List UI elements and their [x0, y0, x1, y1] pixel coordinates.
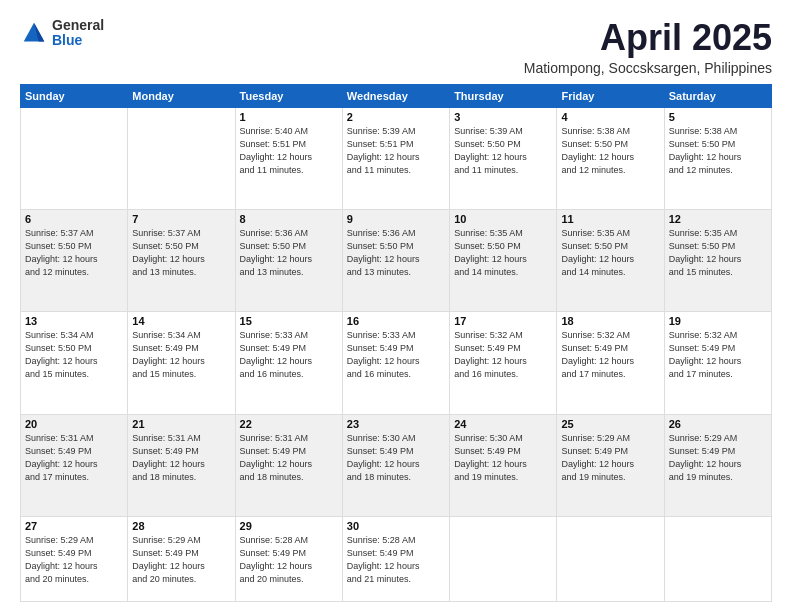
calendar-weekday-header: Saturday — [664, 84, 771, 107]
calendar-cell: 18Sunrise: 5:32 AM Sunset: 5:49 PM Dayli… — [557, 312, 664, 414]
day-info: Sunrise: 5:33 AM Sunset: 5:49 PM Dayligh… — [347, 329, 445, 381]
day-info: Sunrise: 5:31 AM Sunset: 5:49 PM Dayligh… — [132, 432, 230, 484]
day-info: Sunrise: 5:39 AM Sunset: 5:50 PM Dayligh… — [454, 125, 552, 177]
calendar-cell: 20Sunrise: 5:31 AM Sunset: 5:49 PM Dayli… — [21, 414, 128, 516]
day-number: 15 — [240, 315, 338, 327]
day-number: 24 — [454, 418, 552, 430]
main-title: April 2025 — [524, 18, 772, 58]
calendar-week-row: 13Sunrise: 5:34 AM Sunset: 5:50 PM Dayli… — [21, 312, 772, 414]
day-info: Sunrise: 5:34 AM Sunset: 5:49 PM Dayligh… — [132, 329, 230, 381]
day-info: Sunrise: 5:28 AM Sunset: 5:49 PM Dayligh… — [240, 534, 338, 586]
day-number: 18 — [561, 315, 659, 327]
day-info: Sunrise: 5:32 AM Sunset: 5:49 PM Dayligh… — [669, 329, 767, 381]
calendar-cell: 1Sunrise: 5:40 AM Sunset: 5:51 PM Daylig… — [235, 107, 342, 209]
day-info: Sunrise: 5:29 AM Sunset: 5:49 PM Dayligh… — [669, 432, 767, 484]
calendar-weekday-header: Tuesday — [235, 84, 342, 107]
day-number: 21 — [132, 418, 230, 430]
day-info: Sunrise: 5:37 AM Sunset: 5:50 PM Dayligh… — [25, 227, 123, 279]
calendar-cell: 29Sunrise: 5:28 AM Sunset: 5:49 PM Dayli… — [235, 516, 342, 601]
calendar-cell: 30Sunrise: 5:28 AM Sunset: 5:49 PM Dayli… — [342, 516, 449, 601]
day-info: Sunrise: 5:29 AM Sunset: 5:49 PM Dayligh… — [561, 432, 659, 484]
sub-title: Matiompong, Soccsksargen, Philippines — [524, 60, 772, 76]
day-info: Sunrise: 5:30 AM Sunset: 5:49 PM Dayligh… — [454, 432, 552, 484]
day-number: 19 — [669, 315, 767, 327]
calendar-cell: 27Sunrise: 5:29 AM Sunset: 5:49 PM Dayli… — [21, 516, 128, 601]
day-number: 16 — [347, 315, 445, 327]
day-number: 7 — [132, 213, 230, 225]
calendar-cell: 19Sunrise: 5:32 AM Sunset: 5:49 PM Dayli… — [664, 312, 771, 414]
day-number: 23 — [347, 418, 445, 430]
calendar-weekday-header: Sunday — [21, 84, 128, 107]
calendar-cell: 15Sunrise: 5:33 AM Sunset: 5:49 PM Dayli… — [235, 312, 342, 414]
calendar-cell: 11Sunrise: 5:35 AM Sunset: 5:50 PM Dayli… — [557, 209, 664, 311]
calendar-weekday-header: Wednesday — [342, 84, 449, 107]
day-info: Sunrise: 5:38 AM Sunset: 5:50 PM Dayligh… — [561, 125, 659, 177]
day-info: Sunrise: 5:36 AM Sunset: 5:50 PM Dayligh… — [240, 227, 338, 279]
day-number: 4 — [561, 111, 659, 123]
day-info: Sunrise: 5:35 AM Sunset: 5:50 PM Dayligh… — [561, 227, 659, 279]
day-number: 20 — [25, 418, 123, 430]
calendar-cell — [450, 516, 557, 601]
logo-blue: Blue — [52, 33, 104, 48]
day-number: 28 — [132, 520, 230, 532]
day-number: 9 — [347, 213, 445, 225]
day-info: Sunrise: 5:29 AM Sunset: 5:49 PM Dayligh… — [132, 534, 230, 586]
day-number: 6 — [25, 213, 123, 225]
day-info: Sunrise: 5:31 AM Sunset: 5:49 PM Dayligh… — [240, 432, 338, 484]
day-number: 13 — [25, 315, 123, 327]
calendar-cell: 10Sunrise: 5:35 AM Sunset: 5:50 PM Dayli… — [450, 209, 557, 311]
calendar-week-row: 6Sunrise: 5:37 AM Sunset: 5:50 PM Daylig… — [21, 209, 772, 311]
day-number: 8 — [240, 213, 338, 225]
header: General Blue April 2025 Matiompong, Socc… — [20, 18, 772, 76]
day-info: Sunrise: 5:40 AM Sunset: 5:51 PM Dayligh… — [240, 125, 338, 177]
calendar-cell: 7Sunrise: 5:37 AM Sunset: 5:50 PM Daylig… — [128, 209, 235, 311]
day-number: 5 — [669, 111, 767, 123]
page: General Blue April 2025 Matiompong, Socc… — [0, 0, 792, 612]
calendar-header-row: SundayMondayTuesdayWednesdayThursdayFrid… — [21, 84, 772, 107]
calendar-cell — [664, 516, 771, 601]
day-info: Sunrise: 5:30 AM Sunset: 5:49 PM Dayligh… — [347, 432, 445, 484]
title-block: April 2025 Matiompong, Soccsksargen, Phi… — [524, 18, 772, 76]
day-info: Sunrise: 5:31 AM Sunset: 5:49 PM Dayligh… — [25, 432, 123, 484]
calendar-table: SundayMondayTuesdayWednesdayThursdayFrid… — [20, 84, 772, 602]
calendar-cell: 24Sunrise: 5:30 AM Sunset: 5:49 PM Dayli… — [450, 414, 557, 516]
day-info: Sunrise: 5:28 AM Sunset: 5:49 PM Dayligh… — [347, 534, 445, 586]
calendar-cell: 28Sunrise: 5:29 AM Sunset: 5:49 PM Dayli… — [128, 516, 235, 601]
calendar-cell: 3Sunrise: 5:39 AM Sunset: 5:50 PM Daylig… — [450, 107, 557, 209]
calendar-weekday-header: Monday — [128, 84, 235, 107]
calendar-cell: 14Sunrise: 5:34 AM Sunset: 5:49 PM Dayli… — [128, 312, 235, 414]
day-number: 22 — [240, 418, 338, 430]
logo-general: General — [52, 18, 104, 33]
calendar-week-row: 1Sunrise: 5:40 AM Sunset: 5:51 PM Daylig… — [21, 107, 772, 209]
calendar-cell: 21Sunrise: 5:31 AM Sunset: 5:49 PM Dayli… — [128, 414, 235, 516]
day-number: 25 — [561, 418, 659, 430]
calendar-cell: 12Sunrise: 5:35 AM Sunset: 5:50 PM Dayli… — [664, 209, 771, 311]
day-info: Sunrise: 5:38 AM Sunset: 5:50 PM Dayligh… — [669, 125, 767, 177]
calendar-cell: 5Sunrise: 5:38 AM Sunset: 5:50 PM Daylig… — [664, 107, 771, 209]
calendar-week-row: 27Sunrise: 5:29 AM Sunset: 5:49 PM Dayli… — [21, 516, 772, 601]
calendar-cell: 25Sunrise: 5:29 AM Sunset: 5:49 PM Dayli… — [557, 414, 664, 516]
calendar-cell: 6Sunrise: 5:37 AM Sunset: 5:50 PM Daylig… — [21, 209, 128, 311]
day-number: 30 — [347, 520, 445, 532]
day-number: 26 — [669, 418, 767, 430]
calendar-cell: 4Sunrise: 5:38 AM Sunset: 5:50 PM Daylig… — [557, 107, 664, 209]
day-number: 17 — [454, 315, 552, 327]
calendar-cell: 16Sunrise: 5:33 AM Sunset: 5:49 PM Dayli… — [342, 312, 449, 414]
day-number: 2 — [347, 111, 445, 123]
day-info: Sunrise: 5:32 AM Sunset: 5:49 PM Dayligh… — [561, 329, 659, 381]
calendar-week-row: 20Sunrise: 5:31 AM Sunset: 5:49 PM Dayli… — [21, 414, 772, 516]
logo: General Blue — [20, 18, 104, 49]
day-info: Sunrise: 5:29 AM Sunset: 5:49 PM Dayligh… — [25, 534, 123, 586]
calendar-cell — [21, 107, 128, 209]
calendar-cell: 9Sunrise: 5:36 AM Sunset: 5:50 PM Daylig… — [342, 209, 449, 311]
calendar-cell — [557, 516, 664, 601]
day-number: 27 — [25, 520, 123, 532]
calendar-cell — [128, 107, 235, 209]
calendar-cell: 23Sunrise: 5:30 AM Sunset: 5:49 PM Dayli… — [342, 414, 449, 516]
calendar-weekday-header: Thursday — [450, 84, 557, 107]
calendar-cell: 22Sunrise: 5:31 AM Sunset: 5:49 PM Dayli… — [235, 414, 342, 516]
day-number: 10 — [454, 213, 552, 225]
day-info: Sunrise: 5:33 AM Sunset: 5:49 PM Dayligh… — [240, 329, 338, 381]
day-info: Sunrise: 5:35 AM Sunset: 5:50 PM Dayligh… — [454, 227, 552, 279]
logo-text: General Blue — [52, 18, 104, 49]
